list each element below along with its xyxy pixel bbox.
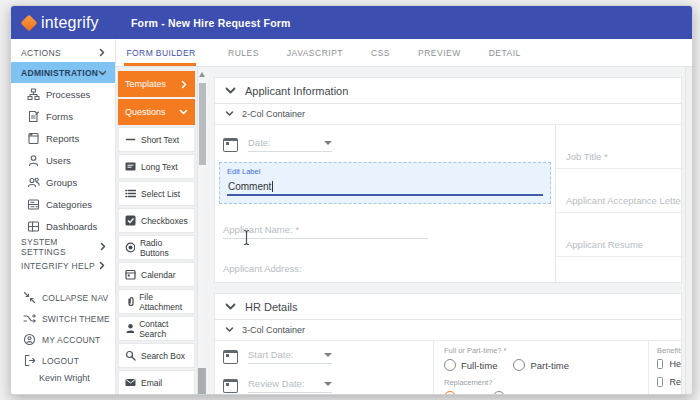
option-label: Full-time: [461, 360, 497, 371]
section-title: HR Details: [245, 301, 298, 313]
scroll-up-arrow[interactable]: [199, 72, 205, 77]
section-header[interactable]: HR Details: [215, 294, 681, 320]
date-select[interactable]: Review Date:: [248, 378, 332, 393]
logout-button[interactable]: LOGOUT: [11, 350, 115, 371]
palette-item-label: Select List: [141, 189, 180, 199]
applicant-resume-field[interactable]: Applicant Resume: [556, 213, 681, 257]
section-header[interactable]: Applicant Information: [215, 78, 681, 104]
my-account-button[interactable]: MY ACCOUNT: [11, 329, 115, 350]
sidebar-item-users[interactable]: Users: [11, 149, 115, 171]
palette-item-search-box[interactable]: Search Box: [118, 343, 195, 368]
palette-item-calendar[interactable]: Calendar: [118, 262, 195, 287]
app-logo[interactable]: integrify: [11, 14, 121, 32]
sidebar: ACTIONS ADMINISTRATION Processes Forms R…: [11, 39, 116, 394]
radio-full-time[interactable]: Full-time: [444, 359, 497, 371]
scrollbar-thumb[interactable]: [199, 83, 206, 165]
field-label: Applicant Acceptance Letter: [566, 195, 681, 206]
palette-item-contact-search[interactable]: Contact Search: [118, 316, 195, 341]
sidebar-item-label: Dashboards: [46, 221, 97, 232]
sidebar-item-label: Processes: [46, 89, 90, 100]
checkbox-benefit-2[interactable]: Re: [657, 377, 681, 387]
container-header[interactable]: 3-Col Container: [215, 320, 681, 341]
sidebar-item-categories[interactable]: Categories: [11, 193, 115, 215]
field-label: Applicant Address:: [223, 263, 302, 274]
ibeam-cursor-icon: [241, 229, 252, 246]
sidebar-item-actions[interactable]: ACTIONS: [11, 43, 115, 62]
group-label: Questions: [125, 107, 166, 117]
sidebar-label: SYSTEM SETTINGS: [21, 237, 99, 257]
palette-scrollbar[interactable]: [197, 67, 206, 394]
applicant-name-field[interactable]: Applicant Name: *: [223, 224, 545, 239]
edit-label-popup: Edit Label Comment: [219, 162, 551, 204]
field-label: Job Title *: [566, 151, 608, 162]
palette-item-radio-buttons[interactable]: Radio Buttons: [118, 235, 195, 260]
tab-preview[interactable]: PREVIEW: [404, 48, 475, 58]
radio-selected-icon: [444, 391, 456, 394]
shuffle-icon: [23, 312, 36, 325]
sidebar-item-label: Categories: [46, 199, 92, 210]
radio-icon: [493, 391, 505, 394]
tab-detail[interactable]: DETAIL: [475, 48, 535, 58]
label-text-input[interactable]: Comment: [227, 179, 543, 196]
report-icon: [27, 132, 40, 145]
tab-javascript[interactable]: JAVASCRIPT: [273, 48, 357, 58]
tabbar: RULES JAVASCRIPT CSS PREVIEW DETAIL: [206, 39, 692, 67]
radio-yes[interactable]: Yes: [444, 391, 477, 394]
date-select[interactable]: Start Date:: [248, 349, 332, 364]
palette-item-short-text[interactable]: Short Text: [118, 127, 195, 152]
field-label: Applicant Name: *: [223, 224, 428, 239]
sidebar-item-reports[interactable]: Reports: [11, 127, 115, 149]
calendar-icon: [223, 350, 238, 364]
palette-item-label: Checkboxes: [141, 216, 188, 226]
checkbox-icon: [657, 359, 663, 369]
checkbox-benefit-1[interactable]: He: [657, 359, 681, 369]
sidebar-item-administration[interactable]: ADMINISTRATION: [11, 62, 115, 83]
container-header[interactable]: 2-Col Container: [215, 104, 681, 125]
sidebar-label: ACTIONS: [21, 48, 61, 58]
sidebar-item-forms[interactable]: Forms: [11, 105, 115, 127]
radio-no[interactable]: No: [493, 391, 522, 394]
palette-item-email[interactable]: Email: [118, 370, 195, 394]
tab-rules[interactable]: RULES: [214, 48, 273, 58]
date-field[interactable]: Date:: [223, 137, 545, 152]
palette-item-file-attachment[interactable]: File Attachment: [118, 289, 195, 314]
sidebar-label: INTEGRIFY HELP: [21, 261, 95, 271]
logo-text: integrify: [41, 14, 99, 32]
acceptance-letter-field[interactable]: Applicant Acceptance Letter: [556, 169, 681, 213]
palette-group-templates[interactable]: Templates: [118, 71, 195, 97]
date-select[interactable]: Date:: [248, 137, 332, 152]
sidebar-item-groups[interactable]: Groups: [11, 171, 115, 193]
sidebar-item-label: Reports: [46, 133, 79, 144]
sidebar-item-dashboards[interactable]: Dashboards: [11, 215, 115, 237]
radio-icon: [444, 359, 456, 371]
palette-group-questions[interactable]: Questions: [118, 99, 195, 125]
tab-css[interactable]: CSS: [357, 48, 404, 58]
radio-part-time[interactable]: Part-time: [513, 359, 569, 371]
tab-form-builder[interactable]: FORM BUILDER: [116, 39, 206, 67]
review-date-field[interactable]: Review Date:: [223, 378, 423, 393]
sidebar-item-system-settings[interactable]: SYSTEM SETTINGS: [11, 237, 115, 256]
container-column-2: Full or Part-time? * Full-time Part-time: [433, 341, 648, 394]
sitemap-icon: [27, 88, 40, 101]
job-title-field[interactable]: Job Title *: [556, 125, 681, 169]
chevron-down-icon: [225, 302, 236, 311]
palette-item-long-text[interactable]: Long Text: [118, 154, 195, 179]
applicant-address-field[interactable]: Applicant Address:: [223, 263, 545, 274]
util-label: LOGOUT: [42, 356, 79, 366]
main-scrollbar[interactable]: [685, 67, 692, 394]
group-icon: [27, 176, 40, 189]
integrify-logo-icon: [21, 14, 38, 31]
sidebar-item-integrify-help[interactable]: INTEGRIFY HELP: [11, 256, 115, 275]
sidebar-item-processes[interactable]: Processes: [11, 83, 115, 105]
scroll-down-arrow[interactable]: [198, 368, 206, 394]
palette-item-checkboxes[interactable]: Checkboxes: [118, 208, 195, 233]
app-window: integrify Form - New Hire Request Form A…: [10, 5, 693, 395]
container-column-2: Job Title * Applicant Acceptance Letter …: [555, 125, 681, 282]
radio-icon: [125, 242, 135, 253]
sidebar-item-label: Users: [46, 155, 71, 166]
palette-item-label: Radio Buttons: [140, 238, 188, 258]
start-date-field[interactable]: Start Date:: [223, 349, 423, 364]
palette-item-select-list[interactable]: Select List: [118, 181, 195, 206]
switch-theme-button[interactable]: SWITCH THEME: [11, 308, 115, 329]
collapse-nav-button[interactable]: COLLAPSE NAV: [11, 287, 115, 308]
